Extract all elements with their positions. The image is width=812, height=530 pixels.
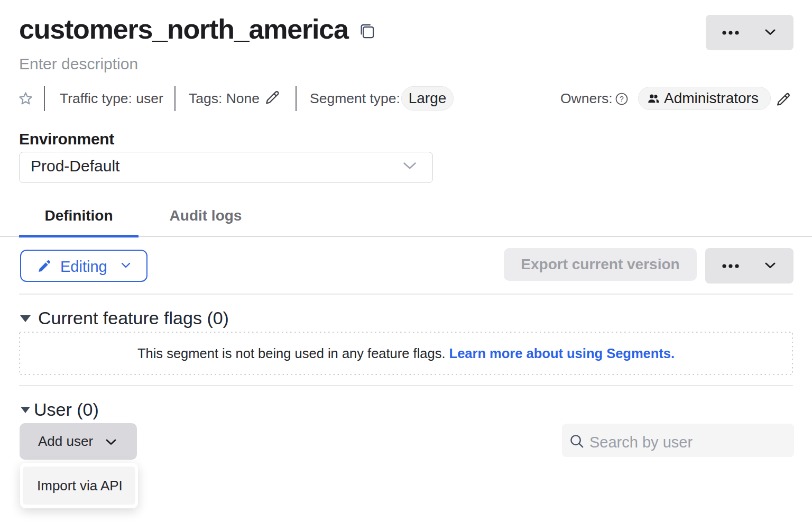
svg-text:?: ? — [620, 95, 624, 103]
